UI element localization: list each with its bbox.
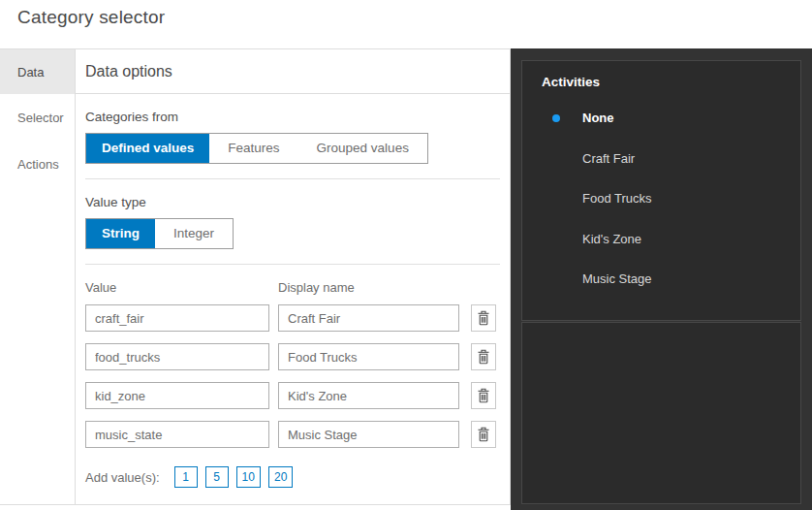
delete-row-button[interactable] — [471, 343, 496, 370]
data-options-panel: Data options Categories from Defined val… — [76, 49, 510, 504]
empty-widget-placeholder — [521, 322, 801, 504]
delete-row-button[interactable] — [471, 382, 496, 409]
display-name-input[interactable] — [278, 304, 459, 332]
values-section: Value Display name Add value(s): 151020 — [85, 280, 500, 488]
preview-option-kid-s-zone[interactable]: Kid's Zone — [522, 219, 800, 260]
add-values-label: Add value(s): — [85, 470, 160, 485]
value-type-control: StringInteger — [85, 218, 234, 249]
value-type-option-integer[interactable]: Integer — [155, 219, 233, 248]
display-name-input[interactable] — [278, 382, 459, 409]
categories-from-option-features[interactable]: Features — [209, 134, 297, 163]
value-row-kid-zone — [85, 382, 500, 409]
radio-dot-icon — [552, 114, 560, 122]
categories-from-section: Categories from Defined valuesFeaturesGr… — [85, 110, 500, 164]
preview-option-label: Music Stage — [582, 271, 652, 286]
preview-option-craft-fair[interactable]: Craft Fair — [522, 139, 800, 179]
app-window: Category selector DataSelectorActions Da… — [0, 0, 812, 510]
preview-option-label: Kid's Zone — [582, 232, 641, 246]
categories-from-option-grouped-values[interactable]: Grouped values — [298, 134, 427, 163]
add-values-button-10[interactable]: 10 — [236, 466, 261, 488]
add-values-button-1[interactable]: 1 — [174, 466, 198, 488]
panel-title: Data options — [76, 49, 510, 94]
divider — [85, 264, 500, 265]
delete-row-button[interactable] — [471, 304, 496, 332]
display-name-column-label: Display name — [278, 280, 355, 295]
value-row-music-state — [85, 421, 500, 448]
values-table-header: Value Display name — [85, 280, 500, 295]
trash-icon — [477, 427, 490, 442]
settings-area: DataSelectorActions Data options Categor… — [0, 48, 511, 505]
add-values-button-20[interactable]: 20 — [268, 466, 293, 488]
value-input[interactable] — [85, 421, 269, 448]
value-input[interactable] — [85, 304, 269, 332]
activities-widget: Activities NoneCraft FairFood TrucksKid'… — [521, 60, 801, 321]
sidebar-item-actions[interactable]: Actions — [0, 141, 75, 187]
delete-row-button[interactable] — [471, 421, 496, 448]
preview-option-label: Food Trucks — [582, 191, 652, 206]
divider — [85, 178, 500, 179]
trash-icon — [477, 388, 490, 403]
add-values-row: Add value(s): 151020 — [85, 466, 500, 488]
trash-icon — [477, 310, 490, 326]
sidebar: DataSelectorActions — [0, 49, 76, 504]
categories-from-option-defined-values[interactable]: Defined values — [86, 134, 209, 163]
preview-option-none[interactable]: None — [522, 98, 800, 139]
categories-from-label: Categories from — [85, 110, 500, 124]
value-row-craft-fair — [85, 304, 500, 332]
activities-title: Activities — [522, 75, 800, 89]
display-name-input[interactable] — [278, 421, 459, 448]
display-name-input[interactable] — [278, 343, 459, 370]
panel-body: Categories from Defined valuesFeaturesGr… — [76, 94, 510, 488]
add-values-button-5[interactable]: 5 — [205, 466, 229, 488]
value-type-option-string[interactable]: String — [86, 219, 155, 248]
values-table — [85, 304, 500, 448]
value-input[interactable] — [85, 382, 269, 409]
categories-from-control: Defined valuesFeaturesGrouped values — [85, 133, 428, 164]
value-input[interactable] — [85, 343, 269, 370]
value-column-label: Value — [85, 280, 278, 295]
activities-options: NoneCraft FairFood TrucksKid's ZoneMusic… — [522, 98, 800, 300]
value-row-food-trucks — [85, 343, 500, 370]
sidebar-item-data[interactable]: Data — [0, 49, 75, 94]
page-title: Category selector — [17, 7, 165, 28]
preview-panel: Activities NoneCraft FairFood TrucksKid'… — [511, 48, 812, 510]
preview-option-music-stage[interactable]: Music Stage — [522, 259, 800, 300]
trash-icon — [477, 349, 490, 365]
value-type-label: Value type — [85, 195, 500, 209]
preview-option-label: None — [582, 111, 614, 125]
sidebar-item-selector[interactable]: Selector — [0, 94, 75, 141]
preview-option-label: Craft Fair — [582, 151, 635, 166]
preview-option-food-trucks[interactable]: Food Trucks — [522, 178, 800, 219]
value-type-section: Value type StringInteger — [85, 195, 500, 249]
add-values-buttons: 151020 — [167, 466, 294, 488]
